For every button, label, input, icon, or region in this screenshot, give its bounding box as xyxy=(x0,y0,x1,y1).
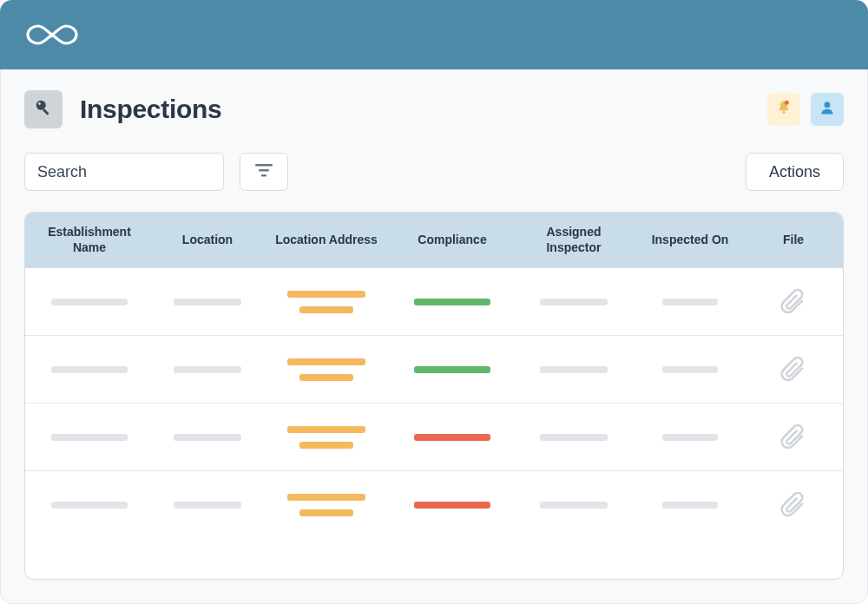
placeholder-bar xyxy=(51,502,128,509)
cell-establishment xyxy=(25,268,154,335)
table-row[interactable] xyxy=(25,404,843,471)
app-window: Inspections xyxy=(0,0,868,604)
logo-infinity-icon xyxy=(24,21,80,49)
cell-establishment xyxy=(25,336,154,403)
top-bar xyxy=(0,0,868,69)
page-title: Inspections xyxy=(80,95,221,124)
placeholder-bar xyxy=(299,306,353,313)
column-header-assigned-inspector[interactable]: Assigned Inspector xyxy=(513,225,635,255)
svg-point-7 xyxy=(825,102,831,108)
cell-file xyxy=(746,268,841,335)
column-header-inspected-on[interactable]: Inspected On xyxy=(635,233,746,248)
header-actions xyxy=(767,93,844,126)
cell-file xyxy=(746,404,841,470)
placeholder-bar xyxy=(662,434,718,441)
cell-file xyxy=(746,471,841,539)
cell-inspected-on xyxy=(635,471,746,539)
placeholder-bar xyxy=(174,366,241,373)
paperclip-icon[interactable] xyxy=(780,424,806,450)
svg-point-2 xyxy=(36,101,46,110)
table-row[interactable] xyxy=(25,268,843,336)
cell-location xyxy=(154,471,261,539)
placeholder-bar xyxy=(299,442,353,449)
cell-location-address xyxy=(261,404,391,470)
compliance-indicator xyxy=(414,299,490,305)
column-header-compliance[interactable]: Compliance xyxy=(391,233,513,248)
cell-location xyxy=(154,336,261,403)
placeholder-bar xyxy=(51,366,128,373)
table-row[interactable] xyxy=(25,336,843,404)
cell-location-address xyxy=(261,471,391,539)
cell-inspected-on xyxy=(635,268,746,335)
compliance-indicator xyxy=(414,502,490,509)
svg-rect-8 xyxy=(255,164,273,167)
cell-compliance xyxy=(391,268,513,335)
cell-location-address xyxy=(261,268,391,335)
placeholder-bar xyxy=(287,291,365,298)
placeholder-bar xyxy=(540,502,608,509)
paperclip-icon[interactable] xyxy=(780,289,806,315)
cell-establishment xyxy=(25,404,154,470)
cell-compliance xyxy=(391,471,513,539)
user-icon xyxy=(819,99,836,120)
filter-icon xyxy=(253,162,274,181)
actions-button-label: Actions xyxy=(769,163,820,181)
placeholder-bar xyxy=(662,502,718,509)
placeholder-bar xyxy=(51,434,128,441)
column-header-file[interactable]: File xyxy=(746,233,841,248)
cell-location-address xyxy=(261,336,391,403)
placeholder-bar xyxy=(299,374,353,381)
paperclip-icon[interactable] xyxy=(780,492,806,518)
compliance-indicator xyxy=(414,366,490,373)
paperclip-icon[interactable] xyxy=(780,357,806,383)
controls-row: Actions xyxy=(24,153,844,191)
user-profile-button[interactable] xyxy=(811,93,844,126)
notifications-button[interactable] xyxy=(767,93,800,126)
placeholder-bar xyxy=(174,434,241,441)
cell-assigned-inspector xyxy=(513,404,635,470)
placeholder-bar xyxy=(662,366,718,373)
inspections-table: Establishment Name Location Location Add… xyxy=(24,212,844,580)
bell-icon xyxy=(775,99,792,120)
cell-assigned-inspector xyxy=(513,268,635,335)
svg-point-6 xyxy=(785,101,789,105)
content-area: Inspections xyxy=(0,69,868,604)
cell-establishment xyxy=(25,471,154,539)
placeholder-bar xyxy=(287,426,365,433)
cell-compliance xyxy=(391,336,513,403)
search-input[interactable] xyxy=(24,153,224,191)
compliance-indicator xyxy=(414,434,490,441)
table-header: Establishment Name Location Location Add… xyxy=(25,213,843,268)
cell-assigned-inspector xyxy=(513,471,635,539)
cell-location xyxy=(154,404,261,470)
magnifier-icon xyxy=(34,98,53,121)
placeholder-bar xyxy=(299,509,353,516)
placeholder-bar xyxy=(540,299,608,305)
cell-compliance xyxy=(391,404,513,470)
placeholder-bar xyxy=(662,299,718,305)
svg-point-4 xyxy=(38,102,41,105)
cell-assigned-inspector xyxy=(513,336,635,403)
placeholder-bar xyxy=(540,366,608,373)
cell-file xyxy=(746,336,841,403)
placeholder-bar xyxy=(540,434,608,441)
cell-inspected-on xyxy=(635,404,746,470)
actions-button[interactable]: Actions xyxy=(746,153,844,191)
placeholder-bar xyxy=(287,358,365,365)
svg-point-5 xyxy=(782,111,785,114)
svg-rect-10 xyxy=(261,174,266,177)
svg-rect-3 xyxy=(43,108,49,115)
placeholder-bar xyxy=(287,494,365,501)
cell-location xyxy=(154,268,261,335)
filter-button[interactable] xyxy=(240,153,288,191)
column-header-location-address[interactable]: Location Address xyxy=(261,233,391,248)
table-row[interactable] xyxy=(25,471,843,539)
column-header-establishment[interactable]: Establishment Name xyxy=(25,225,154,255)
page-icon-badge xyxy=(24,90,62,128)
placeholder-bar xyxy=(174,502,241,509)
cell-inspected-on xyxy=(635,336,746,403)
placeholder-bar xyxy=(174,299,241,305)
table-body xyxy=(25,268,843,539)
svg-rect-9 xyxy=(259,169,269,172)
column-header-location[interactable]: Location xyxy=(154,233,261,248)
